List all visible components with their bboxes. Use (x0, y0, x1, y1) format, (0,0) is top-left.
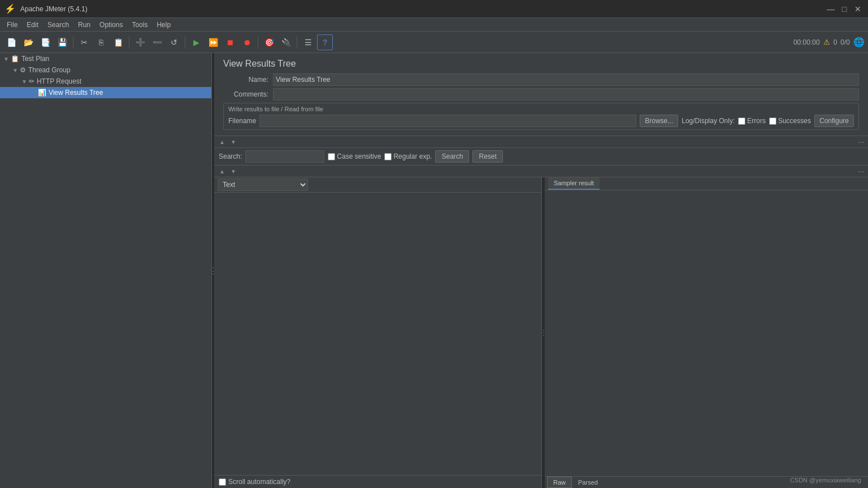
tab-sampler-result[interactable]: Sampler result (548, 177, 600, 190)
toolbar-sep-2 (129, 36, 129, 49)
errors-checkbox-label[interactable]: Errors (738, 117, 766, 125)
remote-start-button[interactable]: 🎯 (261, 34, 277, 50)
start-no-pause-button[interactable]: ⏩ (205, 34, 221, 50)
file-row: Filename Browse... Log/Display Only: Err… (228, 115, 854, 127)
network-icon: 🌐 (853, 37, 865, 47)
add-button[interactable]: ➕ (132, 34, 148, 50)
filename-input[interactable] (259, 115, 636, 127)
sidebar-item-thread-group[interactable]: ▼ ⚙ Thread Group (0, 64, 211, 76)
http-request-icon: ✏ (29, 77, 34, 85)
tab-raw[interactable]: Raw (547, 477, 572, 488)
comments-input[interactable] (273, 88, 859, 101)
search-label: Search: (219, 152, 242, 160)
regexp-label[interactable]: Regular exp. (384, 152, 432, 160)
toolbar-sep-3 (185, 36, 185, 49)
minimize-button[interactable]: — (825, 3, 836, 15)
successes-checkbox[interactable] (769, 117, 776, 125)
search-button[interactable]: Search (435, 150, 469, 163)
vrt-label: View Results Tree (49, 89, 103, 97)
scroll-auto-checkbox[interactable] (219, 478, 226, 486)
results-section-menu-btn[interactable]: ··· (858, 167, 865, 176)
thread-group-label: Thread Group (28, 66, 71, 74)
remove-button[interactable]: ➖ (149, 34, 165, 50)
toolbar-sep-5 (297, 36, 297, 49)
results-area-header: ▲ ▼ ··· (214, 165, 868, 177)
name-row: Name: (223, 73, 859, 86)
reset-button[interactable]: ↺ (166, 34, 182, 50)
search-section-menu-btn[interactable]: ··· (858, 137, 865, 146)
main-layout: ▼ 📋 Test Plan ▼ ⚙ Thread Group ▼ ✏ HTTP … (0, 53, 868, 488)
regexp-checkbox[interactable] (384, 153, 392, 160)
collapse-down-btn[interactable]: ▼ (229, 138, 238, 146)
warning-icon: ⚠ (823, 38, 830, 46)
remote-stop-button[interactable]: 🔌 (278, 34, 294, 50)
toolbar: 📄 📂 📑 💾 ✂ ⎘ 📋 ➕ ➖ ↺ ▶ ⏩ ⏹ ⏺ 🎯 🔌 ☰ ? 00:0… (0, 32, 868, 53)
browse-button[interactable]: Browse... (640, 115, 678, 127)
stop-button[interactable]: ⏹ (222, 34, 238, 50)
format-select[interactable]: Text RegExp Tester CSS/JQuery Tester XPa… (218, 178, 308, 191)
successes-checkbox-label[interactable]: Successes (769, 117, 811, 125)
comments-label: Comments: (223, 90, 268, 98)
warn-count: 0 (834, 38, 837, 46)
content-panel: View Results Tree Name: Comments: Write … (214, 53, 868, 488)
menu-search[interactable]: Search (43, 20, 73, 30)
list-button[interactable]: ☰ (300, 34, 316, 50)
tree-arrow-http-request: ▼ (21, 79, 27, 85)
maximize-button[interactable]: □ (839, 3, 850, 15)
reset-button[interactable]: Reset (472, 150, 502, 163)
test-plan-icon: 📋 (11, 55, 19, 63)
tree-arrow-test-plan: ▼ (3, 56, 9, 62)
right-panel-tabs: Sampler result (545, 177, 868, 190)
close-button[interactable]: ✕ (852, 3, 863, 15)
test-plan-label: Test Plan (21, 55, 49, 63)
open-button[interactable]: 📂 (20, 34, 36, 50)
left-panel: Text RegExp Tester CSS/JQuery Tester XPa… (214, 177, 542, 488)
save-template-button[interactable]: 📑 (37, 34, 53, 50)
search-input[interactable] (245, 150, 324, 163)
menu-options[interactable]: Options (95, 20, 127, 30)
bottom-tabs: Raw Parsed (545, 476, 868, 488)
panel-title: View Results Tree (223, 59, 859, 69)
error-count: 0/0 (840, 38, 850, 46)
menu-edit[interactable]: Edit (22, 20, 43, 30)
menu-file[interactable]: File (2, 20, 22, 30)
save-button[interactable]: 💾 (54, 34, 70, 50)
left-panel-header: Text RegExp Tester CSS/JQuery Tester XPa… (214, 177, 541, 193)
start-button[interactable]: ▶ (188, 34, 204, 50)
http-request-label: HTTP Request (37, 77, 81, 85)
errors-checkbox[interactable] (738, 117, 745, 125)
comments-row: Comments: (223, 88, 859, 101)
results-area: Text RegExp Tester CSS/JQuery Tester XPa… (214, 177, 868, 488)
search-bar: Search: Case sensitive Regular exp. Sear… (214, 148, 868, 165)
help-button[interactable]: ? (317, 34, 333, 50)
name-input[interactable] (273, 73, 859, 86)
results-collapse-up-btn[interactable]: ▲ (218, 168, 227, 175)
sidebar-item-test-plan[interactable]: ▼ 📋 Test Plan (0, 53, 211, 64)
app-title: Apache JMeter (5.4.1) (20, 5, 88, 13)
menu-tools[interactable]: Tools (127, 20, 152, 30)
case-sensitive-checkbox[interactable] (328, 153, 335, 160)
toolbar-sep-4 (258, 36, 258, 49)
filename-label: Filename (228, 117, 256, 125)
tab-parsed[interactable]: Parsed (572, 477, 604, 488)
title-bar: ⚡ Apache JMeter (5.4.1) — □ ✕ (0, 0, 868, 18)
menu-run[interactable]: Run (73, 20, 95, 30)
copy-button[interactable]: ⎘ (93, 34, 109, 50)
menu-help[interactable]: Help (152, 20, 175, 30)
results-collapse-down-btn[interactable]: ▼ (229, 168, 238, 175)
sidebar-item-http-request[interactable]: ▼ ✏ HTTP Request (0, 76, 211, 87)
tree-arrow-thread-group: ▼ (12, 67, 18, 73)
timer-display: 00:00:00 (793, 38, 820, 46)
paste-button[interactable]: 📋 (110, 34, 126, 50)
sidebar-item-view-results-tree[interactable]: ▼ 📊 View Results Tree (0, 87, 211, 98)
collapse-up-btn[interactable]: ▲ (218, 138, 227, 146)
vrt-icon: 📊 (38, 89, 46, 97)
scroll-auto-label[interactable]: Scroll automatically? (219, 478, 290, 486)
configure-button[interactable]: Configure (814, 115, 854, 127)
shutdown-button[interactable]: ⏺ (239, 34, 255, 50)
new-button[interactable]: 📄 (3, 34, 19, 50)
cut-button[interactable]: ✂ (76, 34, 92, 50)
right-panel: Sampler result Raw Parsed (545, 177, 868, 488)
case-sensitive-label[interactable]: Case sensitive (328, 152, 381, 160)
panel-header: View Results Tree Name: Comments: Write … (214, 53, 868, 136)
